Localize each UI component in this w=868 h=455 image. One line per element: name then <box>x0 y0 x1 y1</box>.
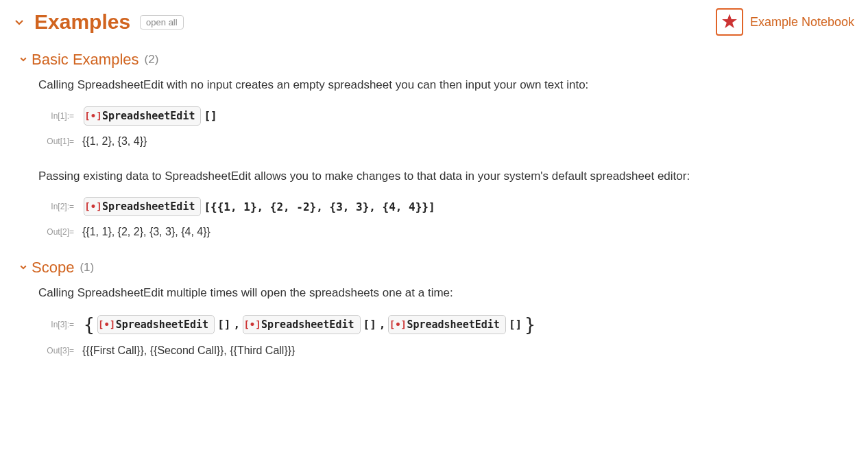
comma: , <box>232 318 241 331</box>
resource-function-chip[interactable]: [•] SpreadsheetEdit <box>97 315 215 334</box>
resource-fn-name: SpreadsheetEdit <box>407 318 499 331</box>
resource-function-chip[interactable]: [•] SpreadsheetEdit <box>84 106 201 126</box>
input-code-3[interactable]: { [•] SpreadsheetEdit [] , [•] Spreadshe… <box>82 314 537 335</box>
section-basic-examples[interactable]: Basic Examples (2) <box>19 51 854 69</box>
output-code-2: {{1, 1}, {2, 2}, {3, 3}, {4, 4}} <box>82 226 210 238</box>
resource-fn-icon: [•] <box>393 320 402 329</box>
resource-fn-name: SpreadsheetEdit <box>102 110 195 122</box>
output-row-3: Out[3]= {{{First Call}}, {{Second Call}}… <box>38 345 854 357</box>
chevron-down-icon <box>14 16 27 27</box>
example-notebook-label: Example Notebook <box>750 15 854 30</box>
comma: , <box>378 318 387 331</box>
basic-paragraph-1: Calling SpreadsheetEdit with no input cr… <box>38 77 854 94</box>
output-row-2: Out[2]= {{1, 1}, {2, 2}, {3, 3}, {4, 4}} <box>38 226 854 238</box>
input-row-1: In[1]:= [•] SpreadsheetEdit [] <box>38 106 854 126</box>
code-args: [] <box>216 318 232 331</box>
example-notebook-link[interactable]: Example Notebook <box>716 8 854 36</box>
output-row-1: Out[1]= {{1, 2}, {3, 4}} <box>38 135 854 148</box>
in-label: In[3]:= <box>38 320 74 329</box>
basic-paragraph-2: Passing existing data to SpreadsheetEdit… <box>38 168 854 185</box>
section-count: (1) <box>80 261 94 275</box>
code-args: [{{1, 1}, {2, -2}, {3, 3}, {4, 4}}] <box>202 200 436 213</box>
resource-fn-icon: [•] <box>88 202 98 211</box>
resource-fn-name: SpreadsheetEdit <box>261 318 354 331</box>
out-label: Out[2]= <box>38 227 74 237</box>
out-label: Out[1]= <box>38 137 74 146</box>
resource-fn-icon: [•] <box>88 111 98 121</box>
scope-paragraph-1: Calling SpreadsheetEdit multiple times w… <box>38 285 854 302</box>
code-args: [] <box>507 318 523 331</box>
code-args: [] <box>362 318 378 331</box>
chevron-down-icon <box>19 263 27 273</box>
open-all-button[interactable]: open all <box>140 15 184 30</box>
wolfram-notebook-icon <box>716 8 743 36</box>
examples-header[interactable]: Examples open all <box>14 10 184 34</box>
open-brace: { <box>82 314 96 335</box>
section-count: (2) <box>145 53 159 67</box>
chevron-down-icon <box>19 55 27 65</box>
resource-fn-name: SpreadsheetEdit <box>102 200 195 213</box>
resource-function-chip[interactable]: [•] SpreadsheetEdit <box>243 315 360 334</box>
section-title: Scope <box>32 259 74 277</box>
resource-fn-name: SpreadsheetEdit <box>116 318 208 331</box>
section-title: Basic Examples <box>32 51 139 69</box>
svg-marker-0 <box>722 14 737 28</box>
close-brace: } <box>523 314 537 335</box>
input-row-3: In[3]:= { [•] SpreadsheetEdit [] , [•] S… <box>38 314 854 335</box>
section-scope[interactable]: Scope (1) <box>19 259 854 277</box>
resource-fn-icon: [•] <box>248 320 257 329</box>
input-row-2: In[2]:= [•] SpreadsheetEdit [{{1, 1}, {2… <box>38 197 854 216</box>
output-code-3: {{{First Call}}, {{Second Call}}, {{Thir… <box>82 345 295 357</box>
out-label: Out[3]= <box>38 346 74 355</box>
top-row: Examples open all Example Notebook <box>14 8 854 36</box>
in-label: In[1]:= <box>38 111 74 121</box>
input-code-1[interactable]: [•] SpreadsheetEdit [] <box>82 106 219 126</box>
code-args: [] <box>202 109 218 122</box>
input-code-2[interactable]: [•] SpreadsheetEdit [{{1, 1}, {2, -2}, {… <box>82 197 437 216</box>
in-label: In[2]:= <box>38 202 74 211</box>
resource-function-chip[interactable]: [•] SpreadsheetEdit <box>388 315 505 334</box>
resource-fn-icon: [•] <box>102 320 112 329</box>
output-code-1: {{1, 2}, {3, 4}} <box>82 135 147 148</box>
resource-function-chip[interactable]: [•] SpreadsheetEdit <box>84 197 201 216</box>
page-title: Examples <box>34 10 130 34</box>
